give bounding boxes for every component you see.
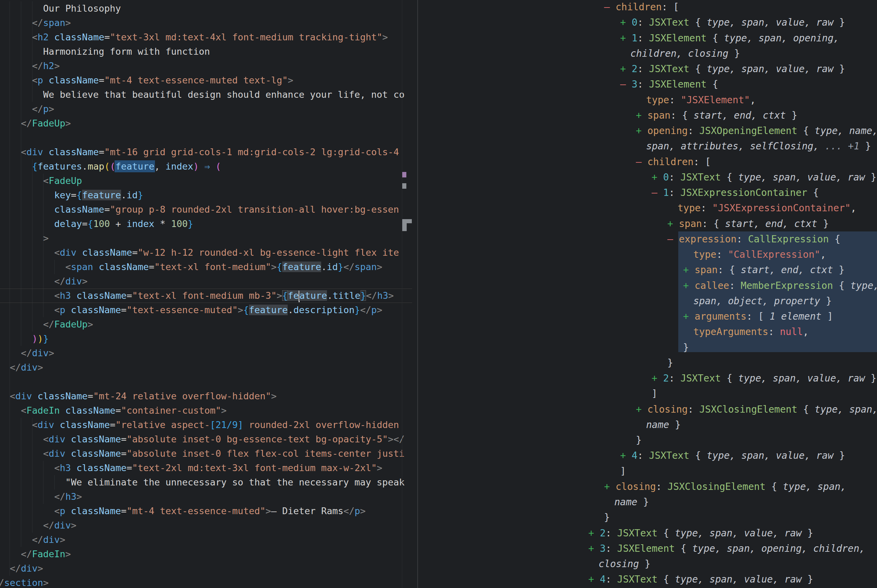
code-line[interactable]: </h3> [0,489,82,504]
code-line[interactable]: <div className="mt-16 grid grid-cols-1 m… [0,145,399,159]
ast-row[interactable]: + opening: JSXOpeningElement { type, nam… [636,123,877,138]
expand-icon[interactable]: + [620,63,632,75]
code-line[interactable]: <div className="relative aspect-[21/9] r… [0,418,399,432]
code-line[interactable]: > [0,231,48,246]
code-line[interactable]: ))} [0,332,48,346]
code-line[interactable]: <FadeIn className="container-custom"> [0,404,227,418]
code-line[interactable]: <FadeUp [0,174,82,188]
code-line[interactable]: <h3 className="text-xl font-medium mb-3"… [0,288,394,303]
ast-row[interactable]: + 2: JSXText { type, span, value, raw } [620,61,845,76]
code-line[interactable]: Our Philosophy [0,2,121,16]
code-line[interactable]: <div className="absolute inset-0 flex fl… [0,447,405,461]
collapse-icon[interactable]: – [604,2,616,13]
code-line[interactable]: <div className="w-12 h-12 rounded-xl bg-… [0,246,399,260]
code-line[interactable]: <p className="mt-4 text-essence-muted te… [0,73,293,87]
ast-row[interactable]: + closing: JSXClosingElement { type, spa… [636,402,877,417]
ast-row[interactable]: ] [652,386,658,401]
code-line[interactable]: <div className="absolute inset-0 bg-esse… [0,432,405,447]
expand-icon[interactable]: + [683,264,695,276]
ast-row[interactable]: + span: { start, end, ctxt } [636,108,797,123]
ast-row[interactable]: type: "CallExpression", [693,247,826,262]
code-line[interactable]: <div className="mt-24 relative overflow-… [0,389,277,404]
expand-icon[interactable]: + [620,33,632,44]
code-line[interactable]: <p className="text-essence-muted">{featu… [0,303,382,317]
code-line[interactable]: </div> [0,561,43,576]
ast-row[interactable]: type: "JSXExpressionContainer", [677,200,856,216]
code-line[interactable]: </div> [0,346,54,360]
ast-row[interactable]: closing } [599,556,650,572]
ast-row[interactable]: + 2: JSXText { type, span, value, raw } [588,525,813,541]
expand-icon[interactable]: + [636,125,647,136]
code-line[interactable]: key={feature.id} [0,188,143,202]
expand-icon[interactable]: + [683,311,695,322]
panel-divider[interactable] [417,0,418,588]
code-editor-panel[interactable]: Our Philosophy </span> <h2 className="te… [0,0,417,588]
code-line[interactable]: </div> [0,360,43,375]
ast-row[interactable]: + 4: JSXText { type, span, value, raw } [588,572,813,587]
expand-icon[interactable]: + [620,450,632,461]
code-line[interactable]: {features.map((feature, index) ⇒ ( [0,159,221,174]
ast-row[interactable]: – 3: JSXElement { [620,76,718,92]
ast-row[interactable]: span, attributes, selfClosing, ... +1 } [646,138,871,154]
ast-row[interactable]: } [604,510,610,525]
ast-row[interactable]: typeArguments: null, [693,324,809,339]
ast-row[interactable]: – 1: JSXExpressionContainer { [652,185,819,200]
expand-icon[interactable]: + [604,481,616,492]
ast-row[interactable]: name } [646,417,681,432]
ast-row[interactable]: } [683,340,689,355]
ast-row[interactable]: + arguments: [ 1 element ] [683,309,833,324]
ast-row[interactable]: + 1: JSXElement { type, span, opening, [620,30,839,46]
expand-icon[interactable]: + [636,404,647,415]
expand-icon[interactable]: + [620,17,632,28]
ast-row[interactable]: + span: { start, end, ctxt } [683,262,844,278]
ast-row[interactable]: span, object, property } [693,293,832,309]
code-line[interactable]: </FadeUp> [0,116,71,130]
expand-icon[interactable]: + [683,280,695,291]
ast-row[interactable]: + 4: JSXText { type, span, value, raw } [620,448,845,463]
expand-icon[interactable]: + [588,574,600,585]
ast-tree-panel[interactable]: – children: [+ 0: JSXText { type, span, … [418,0,877,588]
ast-row[interactable]: } [667,355,673,370]
ast-row[interactable]: type: "JSXElement", [646,92,755,108]
ast-row[interactable]: + 0: JSXText { type, span, value, raw } [620,15,845,30]
code-line[interactable]: <span className="text-xl font-medium">{f… [0,260,382,274]
code-line[interactable]: <h3 className="text-2xl md:text-3xl font… [0,461,382,475]
code-line[interactable]: </FadeIn> [0,547,71,561]
code-line[interactable]: delay={100 + index * 100} [0,217,193,231]
ast-row[interactable]: – children: [ [636,154,711,170]
code-line[interactable]: </h2> [0,59,60,73]
ast-row[interactable]: – children: [ [604,0,679,15]
code-line[interactable]: /section> [0,576,48,588]
ast-row[interactable]: + span: { start, end, ctxt } [667,216,829,231]
code-line[interactable]: </p> [0,102,54,116]
collapse-icon[interactable]: – [620,79,632,90]
code-line[interactable]: </FadeUp> [0,317,93,332]
code-line[interactable]: <h2 className="text-3xl md:text-4xl font… [0,30,388,45]
collapse-icon[interactable]: – [652,187,663,198]
ast-row[interactable]: + 2: JSXText { type, span, value, raw } [652,370,876,386]
code-line[interactable]: Harmonizing form with function [0,45,210,59]
code-line[interactable]: </div> [0,518,77,532]
code-line[interactable]: <p className="mt-4 text-essence-muted">–… [0,504,366,518]
code-line[interactable]: </div> [0,274,87,288]
code-line[interactable]: "We eliminate the unnecessary so that th… [0,475,405,489]
expand-icon[interactable]: + [588,528,600,539]
ast-row[interactable]: – expression: CallExpression { [667,231,840,247]
collapse-icon[interactable]: – [636,156,647,168]
collapse-icon[interactable]: – [667,234,679,245]
expand-icon[interactable]: + [588,543,600,554]
code-line[interactable]: className="group p-8 rounded-2xl transit… [0,202,399,217]
ast-row[interactable]: + callee: MemberExpression { type, [683,278,877,293]
expand-icon[interactable]: + [667,218,679,230]
ast-row[interactable]: name } [614,494,649,510]
code-line[interactable]: We believe that beautiful design should … [0,87,405,102]
ast-row[interactable]: + closing: JSXClosingElement { type, spa… [604,479,846,494]
ast-row[interactable]: + 3: JSXElement { type, span, opening, c… [588,541,865,556]
ast-row[interactable]: } [636,432,642,448]
ast-row[interactable]: + 0: JSXText { type, span, value, raw } [652,170,876,185]
ast-row[interactable]: children, closing } [631,46,740,61]
code-line[interactable]: </div> [0,532,65,547]
code-line[interactable]: </span> [0,16,71,30]
ast-row[interactable]: ] [620,464,626,479]
expand-icon[interactable]: + [652,172,663,183]
